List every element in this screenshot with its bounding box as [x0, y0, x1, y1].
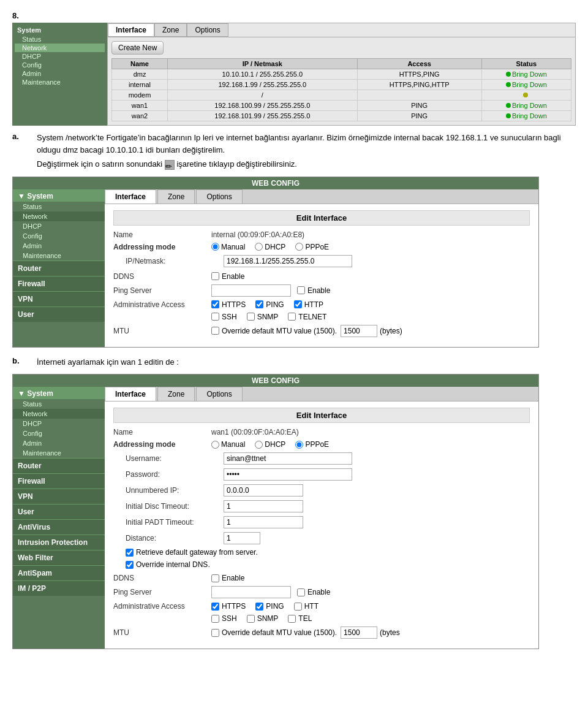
mtu-override-b[interactable]: Override default MTU value (1500). [211, 628, 337, 637]
ping-enable-b[interactable]: Enable [297, 588, 330, 596]
top-tab-interface[interactable]: Interface [108, 23, 154, 37]
section-b-label: b. [12, 356, 37, 371]
top-tab-zone[interactable]: Zone [154, 23, 187, 37]
sidebar-item-maintenance[interactable]: Maintenance [13, 251, 105, 261]
mtu-label-a: MTU [113, 327, 211, 335]
radio-manual-a[interactable]: Manual [211, 243, 245, 251]
ping-server-label-b: Ping Server [113, 588, 211, 596]
retrieve-gw-check-b[interactable]: Retrieve default gateway from server. [126, 548, 258, 557]
tab-options-a[interactable]: Options [196, 189, 242, 204]
password-input-b[interactable] [224, 468, 352, 481]
top-network[interactable]: Network [15, 44, 105, 52]
addressing-mode-label-b: Addressing mode [113, 440, 211, 449]
ping-enable-a[interactable]: Enable [297, 286, 330, 295]
sidebar-item-firewall[interactable]: Firewall [13, 276, 105, 291]
tab-options-b[interactable]: Options [196, 387, 242, 401]
sidebar-b-firewall[interactable]: Firewall [13, 473, 105, 489]
section-a-label: a. [12, 132, 37, 173]
distance-input-b[interactable] [224, 532, 260, 544]
ping-server-input-b[interactable] [211, 586, 291, 598]
snmp-check-b[interactable]: SNMP [247, 614, 279, 623]
telnet-check-a[interactable]: TELNET [288, 313, 326, 321]
http-check-a[interactable]: HTTP [294, 300, 323, 309]
radio-manual-b[interactable]: Manual [211, 440, 245, 449]
radio-pppoe-b[interactable]: PPPoE [295, 440, 329, 449]
tab-interface-b[interactable]: Interface [105, 387, 156, 401]
http-check-b[interactable]: HTT [294, 602, 318, 611]
ping-check-b[interactable]: PING [255, 602, 284, 611]
snmp-check-a[interactable]: SNMP [247, 313, 279, 321]
mtu-override-a[interactable]: Override default MTU value (1500). [211, 327, 337, 335]
ping-server-input-a[interactable] [211, 284, 291, 297]
top-status[interactable]: Status [15, 35, 105, 44]
telnet-check-b[interactable]: TEL [288, 614, 312, 623]
mtu-input-b[interactable] [341, 626, 377, 639]
sidebar-b-antivirus[interactable]: AntiVirus [13, 519, 105, 535]
sidebar-item-dhcp[interactable]: DHCP [13, 221, 105, 231]
mtu-input-a[interactable] [341, 325, 377, 337]
top-maintenance[interactable]: Maintenance [15, 78, 105, 86]
https-check-a[interactable]: HTTPS [211, 300, 246, 309]
top-tab-options[interactable]: Options [187, 23, 228, 37]
top-admin[interactable]: Admin [15, 69, 105, 78]
ddns-enable-a[interactable]: Enable [211, 272, 244, 281]
radio-dhcp-b[interactable]: DHCP [255, 440, 285, 449]
unnumbered-ip-input-b[interactable] [224, 484, 303, 497]
sidebar-b-dhcp[interactable]: DHCP [13, 419, 105, 428]
sidebar-b-router[interactable]: Router [13, 458, 105, 473]
sidebar-b-vpn[interactable]: VPN [13, 489, 105, 504]
username-input-b[interactable] [224, 452, 352, 465]
admin-access-checkboxes2-a: SSH SNMP TELNET [211, 313, 326, 321]
ip-netmask-input-a[interactable] [224, 255, 352, 267]
cell-status[interactable]: Bring Down [481, 111, 571, 121]
name-label-a: Name [113, 230, 211, 239]
https-check-b[interactable]: HTTPS [211, 602, 246, 611]
create-new-button[interactable]: Create New [111, 41, 164, 55]
tab-zone-b[interactable]: Zone [157, 387, 195, 401]
tab-zone-a[interactable]: Zone [157, 189, 195, 204]
sidebar-b-config[interactable]: Config [13, 428, 105, 438]
sidebar-item-admin[interactable]: Admin [13, 241, 105, 251]
sidebar-item-config[interactable]: Config [13, 231, 105, 241]
sidebar-b-admin[interactable]: Admin [13, 438, 105, 448]
cell-status[interactable]: Bring Down [481, 80, 571, 90]
cell-status[interactable]: Bring Down [481, 101, 571, 111]
mtu-bytes-label-b: (bytes [380, 628, 400, 637]
sidebar-b-network[interactable]: Network [13, 409, 105, 419]
col-name: Name [112, 59, 168, 69]
sidebar-system[interactable]: ▼ System [13, 189, 105, 202]
initial-padt-input-b[interactable] [224, 516, 303, 528]
sidebar-b-status[interactable]: Status [13, 399, 105, 409]
ping-check-a[interactable]: PING [255, 300, 284, 309]
top-dhcp[interactable]: DHCP [15, 52, 105, 61]
sidebar-b-maintenance[interactable]: Maintenance [13, 448, 105, 458]
initial-disc-input-b[interactable] [224, 500, 303, 512]
edit-interface-title-a: Edit Interface [113, 210, 530, 226]
tab-interface-a[interactable]: Interface [105, 189, 156, 204]
sidebar-item-user[interactable]: User [13, 306, 105, 322]
sidebar-item-vpn[interactable]: VPN [13, 291, 105, 306]
sidebar-b-imp2p[interactable]: IM / P2P [13, 580, 105, 596]
radio-dhcp-a[interactable]: DHCP [255, 243, 285, 251]
override-dns-check-b[interactable]: Override internal DNS. [126, 560, 210, 569]
top-config[interactable]: Config [15, 61, 105, 69]
cell-status[interactable]: Bring Down [481, 69, 571, 80]
ddns-enable-b[interactable]: Enable [211, 574, 244, 582]
ssh-check-b[interactable]: SSH [211, 614, 237, 623]
section-a-text1: System /network’te Fortigate’in bacağlar… [37, 132, 576, 156]
sidebar-b-system[interactable]: ▼ System [13, 387, 105, 399]
addressing-mode-radios-a: Manual DHCP PPPoE [211, 243, 329, 251]
mtu-bytes-label-a: (bytes) [380, 327, 402, 335]
sidebar-item-router[interactable]: Router [13, 261, 105, 276]
ssh-check-a[interactable]: SSH [211, 313, 237, 321]
sidebar-b-intrusion[interactable]: Intrusion Protection [13, 535, 105, 550]
sidebar-item-network[interactable]: Network [13, 211, 105, 221]
edit-icon[interactable]: ✏ [165, 160, 175, 170]
sidebar-b-antispam[interactable]: AntiSpam [13, 565, 105, 580]
sidebar-b-webfilter[interactable]: Web Filter [13, 550, 105, 565]
sidebar-b-user[interactable]: User [13, 504, 105, 519]
col-access: Access [357, 59, 481, 69]
sidebar-item-status[interactable]: Status [13, 202, 105, 211]
cell-ip: / [168, 90, 358, 101]
radio-pppoe-a[interactable]: PPPoE [295, 243, 329, 251]
